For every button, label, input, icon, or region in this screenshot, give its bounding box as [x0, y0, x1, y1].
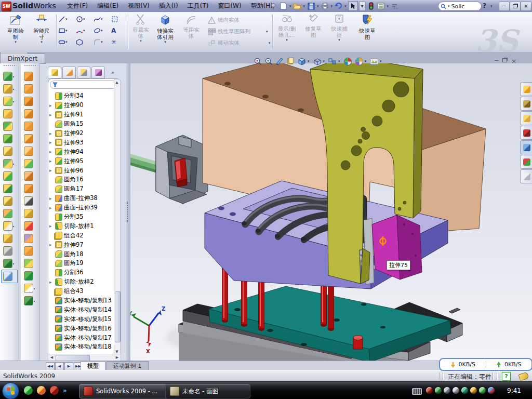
tree-item[interactable]: ▸ 实体-移动/复制14 — [49, 305, 114, 314]
tree-vertical-scrollbar[interactable]: ▲ ▼ — [114, 79, 121, 354]
tree-item[interactable]: ▸ 拉伸96 — [49, 166, 114, 175]
select-arrow-icon[interactable] — [348, 1, 358, 11]
taskbar-button-solidworks[interactable]: SolidWorks 2009 - ... — [79, 384, 170, 398]
tree-item[interactable]: ▸ 拉伸90 — [49, 101, 114, 110]
security-shield-icon[interactable] — [435, 387, 442, 394]
menu-item[interactable]: 插入(I) — [154, 0, 183, 12]
camera-view-icon[interactable]: ▾ — [369, 58, 382, 65]
toolbar-grip[interactable] — [24, 65, 36, 68]
help-button[interactable]: ? — [483, 2, 486, 9]
sketch-fillet-icon[interactable]: ▾ — [94, 38, 103, 46]
dropdown-arrow-icon[interactable]: ▾ — [34, 287, 37, 290]
move-entities-button[interactable]: 移动实体 ▾ — [208, 39, 271, 47]
expand-arrow-icon[interactable]: ▸ — [49, 158, 54, 164]
tree-item[interactable]: ▸ 实体-移动/复制18 — [49, 342, 114, 352]
dropdown-arrow-icon[interactable]: ▾ — [13, 75, 16, 78]
scroll-right-arrow[interactable]: ▶ — [114, 354, 120, 360]
backup-agent-icon[interactable] — [488, 387, 495, 394]
expand-arrow-icon[interactable]: ▸ — [49, 112, 54, 117]
expand-arrow-icon[interactable]: ▸ — [49, 140, 54, 145]
options-list-icon[interactable] — [377, 2, 385, 10]
slot-icon[interactable]: ▾ — [58, 38, 68, 46]
open-file-icon[interactable] — [293, 2, 302, 10]
network-warning-icon[interactable] — [470, 387, 477, 394]
menu-item[interactable]: 编辑(E) — [92, 0, 123, 12]
quick-snaps-button[interactable]: 快速捕 捉 ▾ — [327, 14, 351, 50]
tree-item[interactable]: ▸ 组合43 — [49, 287, 114, 296]
toolbar-overflow-icon[interactable] — [390, 2, 399, 10]
tree-item[interactable]: ▸ 圆角18 — [49, 249, 114, 259]
expand-arrow-icon[interactable]: ▸ — [49, 131, 54, 136]
taskbar-clock[interactable]: 9:41 — [507, 387, 521, 394]
scroll-left-arrow[interactable]: ◀ — [49, 354, 55, 360]
tree-filter-box[interactable] — [50, 81, 117, 89]
spline-icon[interactable]: ▾ — [94, 16, 103, 23]
expand-arrow-icon[interactable]: ▸ — [49, 223, 54, 229]
view-settings-icon[interactable]: ▾ — [328, 57, 341, 65]
rectangle-icon[interactable]: ▾ — [58, 27, 68, 34]
scroll-thumb[interactable] — [115, 291, 121, 342]
zoom-to-fit-icon[interactable] — [254, 57, 262, 65]
start-button[interactable] — [2, 382, 19, 399]
apply-scene-icon[interactable]: ▾ — [355, 57, 367, 66]
tree-item[interactable]: ▸ 曲面-拉伸39 — [49, 203, 114, 212]
tree-item[interactable]: ▸ 拉伸95 — [49, 156, 114, 166]
edit-appearance-icon[interactable] — [343, 57, 352, 66]
ribbon-tab[interactable]: DimXpert — [0, 54, 45, 63]
scroll-thumb[interactable] — [56, 355, 90, 361]
menu-item[interactable]: 窗口(W) — [213, 0, 246, 12]
tag-icon[interactable] — [518, 372, 529, 381]
ellipse-icon[interactable]: ▾ — [94, 27, 103, 34]
quick-launch-overflow[interactable]: » — [63, 387, 67, 394]
pin-icon[interactable] — [269, 2, 278, 10]
dropdown-arrow-icon[interactable]: ▾ — [13, 162, 16, 166]
doc-restore-button[interactable] — [502, 57, 507, 65]
dropdown-arrow-icon[interactable]: ▾ — [13, 262, 16, 265]
smart-dimension-dropdown[interactable]: ▾ — [29, 40, 54, 44]
tree-item[interactable]: ▸ 圆角19 — [49, 259, 114, 268]
part-red-stop-pin[interactable] — [353, 336, 363, 350]
next-tab-button[interactable]: ▶ — [64, 362, 73, 370]
tree-item[interactable]: ▸ 实体-移动/复制15 — [49, 314, 114, 324]
sketch-button[interactable]: 草图绘 制 ▾ — [3, 14, 28, 50]
input-method-icon[interactable] — [412, 388, 422, 396]
view-orientation-icon[interactable] — [286, 57, 295, 65]
save-icon[interactable] — [307, 2, 315, 10]
undo-icon[interactable] — [334, 2, 343, 10]
model-tab[interactable]: 运动算例 1 — [107, 361, 149, 370]
smart-dimension-button[interactable]: 智能尺 寸 ▾ — [29, 14, 54, 50]
point-icon[interactable]: ✳ — [111, 38, 116, 46]
circle-icon[interactable]: ▾ — [76, 16, 85, 23]
tree-item[interactable]: ▸ 切除-放样2 — [49, 277, 114, 287]
expand-arrow-icon[interactable]: ▸ — [49, 205, 54, 210]
menu-item[interactable]: 文件(F) — [62, 0, 92, 12]
quick-tips-button[interactable]: ? — [502, 372, 511, 381]
hide-show-items-icon[interactable]: ▾ — [313, 57, 326, 65]
search-box[interactable]: ▾ Solic — [438, 2, 482, 11]
display-delete-relations-button[interactable]: 显示/删 除几... ▾ — [274, 14, 299, 50]
app-restore-button[interactable] — [510, 2, 521, 11]
box-select-icon[interactable] — [111, 16, 118, 23]
expand-arrow-icon[interactable]: ▸ — [49, 149, 54, 154]
tree-item[interactable]: ▸ 实体-移动/复制17 — [49, 333, 114, 342]
app-minimize-button[interactable]: ─ — [499, 2, 510, 11]
media-quicklaunch-icon[interactable] — [37, 386, 46, 395]
menu-item[interactable]: 工具(T) — [183, 0, 214, 12]
panel-splitter[interactable] — [126, 63, 130, 361]
offset-entities-button[interactable]: 等距实 体 — [180, 14, 203, 50]
menu-item[interactable]: 视图(V) — [123, 0, 154, 12]
tree-item[interactable]: ▸ 拉伸97 — [49, 240, 114, 249]
dropdown-arrow-icon[interactable]: ▾ — [13, 87, 16, 91]
app-close-button[interactable]: × — [521, 2, 531, 11]
mirror-entities-button[interactable]: 镜向实体 — [208, 17, 240, 24]
repair-sketch-button[interactable]: 修复草 图 — [301, 14, 325, 50]
tree-item[interactable]: ▸ 分割35 — [49, 212, 114, 222]
dropdown-arrow-icon[interactable]: ▾ — [34, 299, 37, 303]
section-view-icon[interactable] — [275, 57, 284, 65]
rapid-sketch-button[interactable]: 快速草 图 — [354, 14, 380, 50]
sketch-text-icon[interactable]: A — [111, 27, 116, 34]
doc-close-button[interactable]: × — [511, 57, 517, 65]
assembly-3d-view[interactable]: Y Z X — [130, 63, 532, 361]
panel-overflow-button[interactable]: » — [111, 70, 114, 75]
health-monitor-icon[interactable] — [479, 387, 486, 394]
